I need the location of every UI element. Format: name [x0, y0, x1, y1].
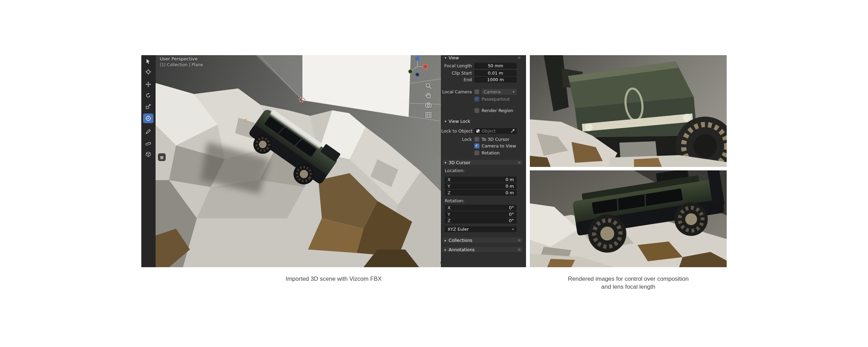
scale-tool-button[interactable] [143, 102, 153, 111]
chevron-down-icon: ▾ [442, 161, 449, 164]
caret-down-icon: ▾ [513, 90, 515, 94]
view-lock-section-label: View Lock [449, 119, 470, 124]
3d-cursor-section-label: 3D Cursor [449, 160, 470, 165]
clip-start-field[interactable]: 0.01 m [474, 70, 517, 76]
render-region-checkbox[interactable] [474, 108, 479, 113]
lock-to-cursor-row: Lock To 3D Cursor [441, 136, 524, 143]
axis-label: Z [448, 190, 451, 195]
axis-value: 0 m [506, 177, 514, 182]
measure-tool-button[interactable] [143, 138, 153, 147]
passepartout-checkbox[interactable]: ✓ [474, 96, 479, 102]
rotation-label: Rotation: [445, 198, 465, 203]
camera-to-view-checkbox[interactable]: ✓ [474, 143, 479, 149]
focal-length-row: Focal Length 50 mm [441, 62, 524, 69]
axis-y-dot[interactable] [409, 70, 412, 74]
measure-ruler-icon [145, 140, 151, 145]
section-menu-icon: ≡ [518, 247, 521, 252]
caption-right-line1: Rendered images for control over composi… [530, 275, 727, 283]
object-field-placeholder: Object [482, 128, 496, 134]
clip-end-field[interactable]: 1000 m [474, 77, 517, 83]
zoom-view-button[interactable] [425, 82, 432, 90]
select-box-tool-button[interactable] [143, 57, 153, 66]
to-3d-cursor-label: To 3D Cursor [482, 137, 509, 142]
axis-label: Y [448, 212, 450, 217]
annotations-section-label: Annotations [449, 247, 475, 252]
chevron-right-icon: ▸ [442, 248, 449, 252]
annotate-pen-icon [145, 129, 151, 134]
focal-length-label: Focal Length [441, 63, 474, 68]
location-label: Location: [445, 168, 465, 173]
object-data-icon [476, 129, 480, 133]
move-tool-button[interactable] [143, 79, 153, 89]
collection-path-label: (1) Collection | Plane [160, 62, 203, 67]
lock-to-object-row: Lock to Object Object [441, 128, 524, 134]
annotate-tool-button[interactable] [143, 127, 153, 136]
annotations-section-header[interactable]: ▸ Annotations ≡ [442, 246, 523, 253]
lock-rotation-label: Rotation [482, 150, 500, 155]
chevron-down-icon: ▾ [442, 119, 449, 123]
cursor-location-x-field[interactable]: X 0 m [445, 177, 517, 183]
cursor-rotation-x-field[interactable]: X 0° [445, 205, 517, 211]
grid-ortho-icon [425, 111, 432, 119]
axis-gizmo-icon [406, 55, 429, 78]
transform-tool-button[interactable] [143, 113, 153, 123]
viewport-overlay-text: User Perspective (1) Collection | Plane [160, 56, 203, 67]
toggle-perspective-button[interactable] [425, 111, 432, 119]
caption-right: Rendered images for control over composi… [530, 275, 727, 291]
to-3d-cursor-checkbox[interactable] [474, 137, 479, 142]
viewport-toolbar [141, 55, 156, 267]
toolbar-expand-button[interactable]: ▦ [158, 153, 166, 161]
clip-start-row: Clip Start 0.01 m [441, 70, 524, 76]
sidebar-panel: ▾ View ≡ Focal Length 50 mm Clip Start 0… [441, 55, 526, 267]
axis-value: 0° [509, 212, 514, 217]
axis-label: Y [448, 184, 450, 189]
magnifier-icon [425, 82, 432, 90]
select-cursor-icon [145, 59, 151, 64]
caption-right-line2: and lens focal length [530, 283, 727, 291]
navigation-gizmo[interactable] [406, 55, 429, 78]
rotation-order-dropdown[interactable]: XYZ Euler ▾ [445, 226, 517, 232]
local-camera-row: Local Camera Camera ▾ [441, 88, 524, 95]
axis-z-dot[interactable] [415, 57, 419, 61]
section-menu-icon: ≡ [518, 160, 521, 165]
3d-cursor-icon [145, 69, 151, 75]
axis-value: 0° [509, 218, 514, 223]
3d-cursor-section-header[interactable]: ▾ 3D Cursor ≡ [442, 159, 523, 166]
axis-label: Z [448, 218, 451, 223]
view-lock-section-header[interactable]: ▾ View Lock [442, 118, 523, 124]
render-region-row: Render Region [441, 107, 524, 114]
axis-value: 0° [509, 205, 514, 210]
view-section-header[interactable]: ▾ View ≡ [442, 55, 523, 61]
cursor-rotation-z-field[interactable]: Z 0° [445, 218, 517, 223]
focal-length-field[interactable]: 50 mm [474, 63, 517, 69]
transform-icon [145, 116, 151, 121]
add-cube-icon [145, 152, 151, 157]
cursor-location-z-field[interactable]: Z 0 m [445, 190, 517, 196]
render-region-label: Render Region [482, 108, 513, 113]
local-camera-checkbox[interactable] [474, 89, 479, 94]
blender-window: User Perspective (1) Collection | Plane [141, 55, 526, 267]
camera-view-button[interactable] [425, 101, 432, 109]
cursor-location-y-field[interactable]: Y 0 m [445, 183, 517, 189]
eyedropper-icon[interactable] [510, 129, 515, 133]
local-camera-dropdown[interactable]: Camera ▾ [482, 89, 517, 95]
add-cube-tool-button[interactable] [143, 150, 153, 159]
cursor-tool-button[interactable] [143, 67, 153, 77]
lock-label: Lock [441, 137, 474, 142]
lock-object-field[interactable]: Object [474, 128, 517, 134]
axis-neg-z-dot[interactable] [416, 73, 419, 77]
pan-view-button[interactable] [425, 92, 432, 99]
lock-rotation-checkbox[interactable] [474, 150, 479, 155]
scale-icon [145, 104, 151, 109]
hand-icon [425, 92, 432, 99]
chevron-right-icon: ▸ [442, 238, 449, 242]
cursor-rotation-y-field[interactable]: Y 0° [445, 211, 517, 217]
camera-to-view-row: ✓ Camera to View [441, 143, 524, 149]
caret-down-icon: ▾ [512, 227, 514, 231]
collections-section-header[interactable]: ▸ Collections ≡ [442, 237, 523, 243]
lock-to-object-label: Lock to Object [441, 128, 474, 134]
axis-x-dot[interactable] [423, 65, 428, 69]
rotate-tool-button[interactable] [143, 91, 153, 100]
move-icon [145, 82, 151, 87]
collections-section-label: Collections [449, 238, 472, 243]
